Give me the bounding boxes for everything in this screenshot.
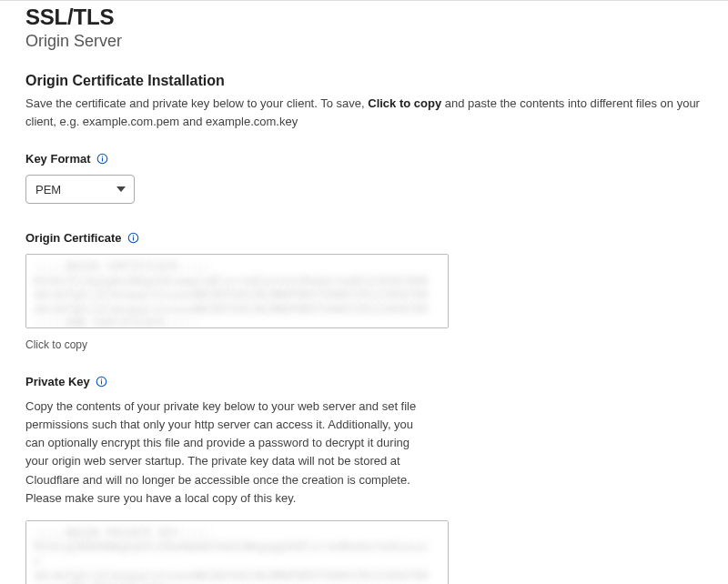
origin-cert-label: Origin Certificate — [25, 231, 121, 245]
page-subtitle: Origin Server — [25, 32, 703, 51]
svg-point-5 — [133, 235, 134, 236]
section-description: Save the certificate and private key bel… — [25, 95, 703, 130]
page-title: SSL/TLS — [25, 5, 703, 30]
origin-cert-textarea[interactable] — [25, 254, 449, 328]
key-format-select[interactable]: PEM — [25, 175, 135, 204]
origin-cert-label-row: Origin Certificate — [25, 231, 703, 245]
private-key-description: Copy the contents of your private key be… — [25, 398, 430, 508]
private-key-label-row: Private Key — [25, 375, 703, 388]
private-key-label: Private Key — [25, 375, 90, 388]
key-format-label: Key Format — [25, 152, 91, 166]
key-format-label-row: Key Format — [25, 152, 703, 166]
private-key-textarea[interactable] — [25, 520, 449, 584]
section-heading: Origin Certificate Installation — [25, 73, 703, 89]
desc-text-bold: Click to copy — [368, 96, 441, 110]
info-icon[interactable] — [96, 376, 108, 388]
key-format-selected-value: PEM — [35, 183, 61, 196]
origin-cert-copy[interactable]: Click to copy — [25, 338, 87, 351]
info-icon[interactable] — [96, 153, 109, 166]
info-icon[interactable] — [126, 232, 139, 245]
desc-text-pre: Save the certificate and private key bel… — [25, 96, 368, 110]
svg-point-8 — [101, 378, 102, 379]
svg-point-2 — [102, 156, 103, 156]
